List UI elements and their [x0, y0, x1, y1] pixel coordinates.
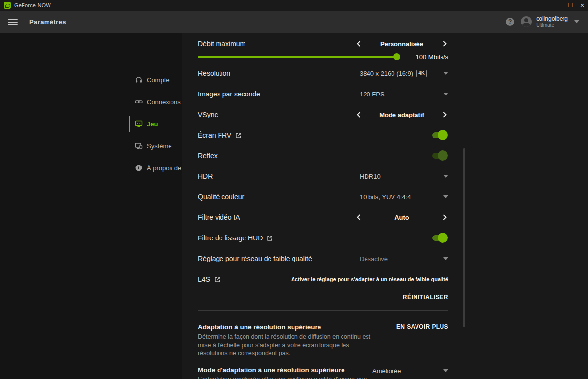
user-text: colingolberg Ultimate	[536, 16, 568, 28]
dropdown-value: Désactivé	[360, 255, 388, 262]
help-icon[interactable]: ?	[506, 18, 514, 26]
low-quality-network-dropdown[interactable]: Désactivé	[360, 255, 448, 262]
setting-label: HDR	[198, 172, 213, 180]
reset-button[interactable]: RÉINITIALISER	[403, 294, 448, 301]
chevron-right-icon[interactable]	[441, 112, 448, 118]
sidebar-item-label: Connexions	[147, 98, 181, 106]
chevron-left-icon[interactable]	[355, 41, 362, 47]
sidebar-item-label: Système	[147, 142, 172, 150]
window-controls: — ☐ ✕	[553, 0, 588, 11]
setting-label: Mode d'adaptation à une résolution supér…	[198, 366, 360, 374]
chevron-left-icon[interactable]	[355, 112, 362, 118]
link-icon	[135, 98, 143, 106]
sidebar-item-label: Jeu	[147, 120, 158, 128]
setting-row-reflex: Reflex	[198, 145, 448, 166]
header-right: ? colingolberg Ultimate	[506, 16, 588, 28]
chevron-left-icon[interactable]	[355, 214, 362, 220]
setting-label: Filtre de lissage HUD	[198, 234, 263, 242]
sidebar-item-compte[interactable]: Compte	[129, 71, 181, 88]
geforce-now-window: GeForce NOW — ☐ ✕ Paramètres ? colingolb…	[0, 0, 588, 379]
l4s-hint-text: Activer le réglage pour s'adapter à un r…	[291, 276, 448, 282]
sidebar-item-systeme[interactable]: Système	[129, 138, 181, 154]
setting-row-fps: Images par seconde 120 FPS	[198, 84, 448, 104]
upscaling-mode-dropdown[interactable]: Améliorée	[360, 367, 448, 375]
setting-label: Résolution	[198, 70, 230, 77]
setting-description: L'adaptation améliorée offre une meilleu…	[198, 376, 360, 379]
settings-content: Débit maximum Personnalisée 100 Mbits/s	[182, 33, 588, 379]
sidebar-item-a-propos[interactable]: À propos de	[129, 160, 181, 176]
section-title: Adaptation à une résolution supérieure	[198, 323, 321, 331]
chevron-down-icon	[443, 369, 448, 372]
maximize-button[interactable]: ☐	[564, 0, 576, 11]
bitrate-value: 100 Mbits/s	[401, 53, 448, 61]
bitrate-slider[interactable]	[198, 56, 397, 58]
setting-label: Débit maximum	[198, 40, 245, 47]
external-link-icon[interactable]	[235, 132, 242, 139]
chevron-down-icon	[443, 72, 448, 75]
devices-icon	[135, 142, 143, 150]
sidebar-item-label: Compte	[147, 76, 170, 84]
bitrate-stepper: Personnalisée	[355, 40, 448, 47]
setting-label: L4S	[198, 275, 210, 283]
sidebar-nav: Compte Connexions Jeu	[129, 71, 181, 182]
chevron-down-icon	[443, 175, 448, 178]
setting-row-filtre-lissage-hud: Filtre de lissage HUD	[198, 228, 448, 248]
nvidia-logo-icon	[4, 2, 11, 9]
dropdown-value: 3840 x 2160 (16:9)	[360, 70, 413, 77]
setting-row-l4s: L4S Activer le réglage pour s'adapter à …	[198, 269, 448, 289]
chevron-down-icon	[443, 195, 448, 198]
setting-row-ecran-frv: Écran FRV	[198, 125, 448, 145]
hud-smoothing-toggle[interactable]	[432, 235, 447, 241]
sidebar-item-connexions[interactable]: Connexions	[129, 94, 181, 110]
chevron-down-icon	[443, 93, 448, 95]
setting-label: Filtre vidéo IA	[198, 213, 240, 221]
dropdown-value: 120 FPS	[360, 91, 385, 98]
hdr-dropdown[interactable]: HDR10	[360, 173, 448, 180]
setting-row-resolution: Résolution 3840 x 2160 (16:9) 4K	[198, 63, 448, 84]
sidebar-item-label: À propos de	[147, 165, 181, 172]
external-link-icon[interactable]	[267, 235, 273, 241]
external-link-icon[interactable]	[214, 276, 220, 283]
vertical-scrollbar[interactable]	[463, 148, 466, 327]
setting-label: Écran FRV	[198, 131, 231, 139]
close-button[interactable]: ✕	[576, 0, 588, 11]
page-title: Paramètres	[29, 18, 66, 25]
user-name: colingolberg	[536, 16, 568, 23]
minimize-button[interactable]: —	[553, 0, 564, 11]
user-menu[interactable]: colingolberg Ultimate	[521, 16, 579, 28]
avatar	[521, 16, 532, 27]
frv-toggle[interactable]	[432, 132, 447, 138]
stepper-value: Mode adaptatif	[362, 111, 441, 118]
4k-badge: 4K	[416, 70, 427, 77]
dropdown-value: Améliorée	[360, 367, 401, 375]
learn-more-link[interactable]: EN SAVOIR PLUS	[396, 323, 448, 330]
chevron-right-icon[interactable]	[441, 41, 448, 47]
setting-row-reseau-faible-qualite: Réglage pour réseau de faible qualité Dé…	[198, 248, 448, 269]
hamburger-menu-icon[interactable]	[8, 19, 18, 25]
sidebar-item-jeu[interactable]: Jeu	[129, 116, 181, 132]
headset-icon	[135, 76, 143, 84]
setting-row-vsync: VSync Mode adaptatif	[198, 104, 448, 125]
stepper-value: Auto	[362, 214, 441, 221]
vsync-stepper: Mode adaptatif	[355, 111, 448, 118]
setting-label: Qualité couleur	[198, 193, 244, 201]
setting-label: Réglage pour réseau de faible qualité	[198, 255, 312, 262]
fps-dropdown[interactable]: 120 FPS	[360, 91, 448, 98]
slider-handle[interactable]	[393, 53, 400, 60]
setting-row-hdr: HDR HDR10	[198, 166, 448, 187]
resolution-dropdown[interactable]: 3840 x 2160 (16:9) 4K	[360, 70, 448, 77]
color-quality-dropdown[interactable]: 10 bits, YUV 4:4:4	[360, 193, 448, 201]
chevron-down-icon	[574, 20, 579, 23]
chevron-down-icon	[443, 257, 448, 260]
reflex-toggle[interactable]	[432, 153, 447, 159]
chevron-right-icon[interactable]	[441, 214, 448, 220]
setting-row-upscaling-mode: Mode d'adaptation à une résolution supér…	[198, 366, 448, 379]
user-tier-badge: Ultimate	[536, 23, 568, 28]
titlebar: GeForce NOW — ☐ ✕	[0, 0, 588, 11]
app-title: GeForce NOW	[14, 2, 51, 8]
info-icon	[135, 164, 143, 172]
setting-label: Images par seconde	[198, 90, 260, 98]
bitrate-slider-row: 100 Mbits/s	[198, 50, 448, 63]
setting-row-debit-maximum: Débit maximum Personnalisée	[198, 37, 448, 50]
game-display-icon	[135, 120, 143, 128]
